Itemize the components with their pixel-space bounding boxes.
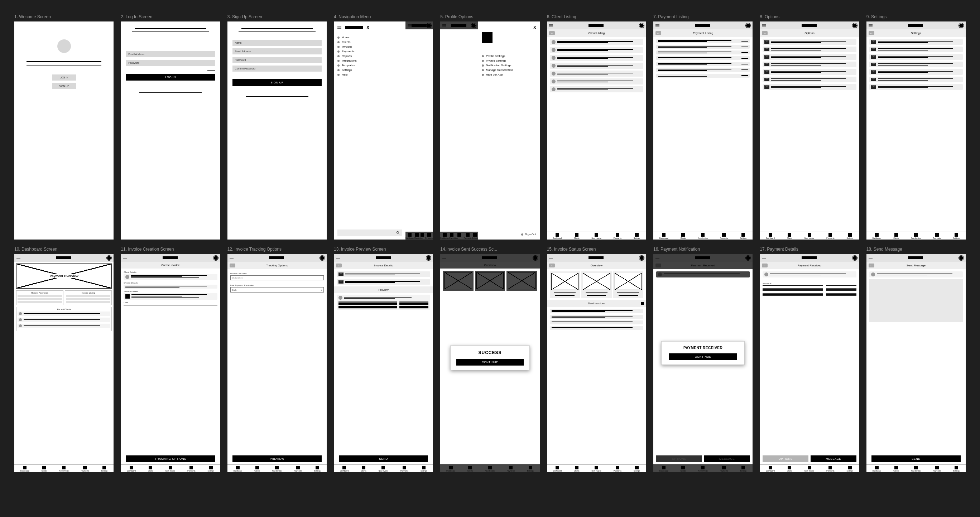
email-field[interactable]: Email Address: [232, 48, 321, 54]
stat-card[interactable]: [613, 271, 643, 298]
list-item[interactable]: [337, 279, 430, 285]
avatar-icon[interactable]: [640, 23, 644, 28]
list-item[interactable]: [550, 86, 643, 92]
hamburger-icon[interactable]: [337, 27, 341, 29]
nav-item[interactable]: Reports: [337, 54, 402, 59]
list-item[interactable]: [550, 71, 643, 77]
profile-item[interactable]: Notification Settings: [482, 63, 536, 68]
tab-item[interactable]: Clients: [574, 233, 579, 239]
page-title: Options: [805, 32, 815, 35]
close-icon[interactable]: X: [482, 25, 536, 30]
stat-card[interactable]: [581, 271, 611, 298]
message-textarea[interactable]: [869, 279, 963, 322]
success-modal: SUCCESS CONTINUE: [450, 346, 530, 370]
back-button[interactable]: ←: [869, 263, 874, 268]
list-item[interactable]: [656, 68, 750, 71]
list-item[interactable]: [869, 69, 963, 75]
back-button[interactable]: ←: [655, 31, 661, 35]
logo: [695, 24, 710, 27]
password-field[interactable]: Password: [126, 60, 215, 66]
list-item[interactable]: [550, 78, 643, 84]
profile-item[interactable]: Manage Subscription: [482, 68, 536, 72]
signup-submit[interactable]: SIGN UP: [232, 79, 321, 86]
email-field[interactable]: Email Address: [126, 51, 215, 57]
list-item[interactable]: [869, 46, 963, 52]
nav-item[interactable]: Invoices: [337, 44, 402, 49]
nav-item[interactable]: Help: [337, 72, 402, 77]
nav-item[interactable]: Settings: [337, 68, 402, 72]
back-button[interactable]: ←: [549, 263, 555, 268]
list-item[interactable]: [550, 47, 643, 53]
back-button[interactable]: ←: [549, 31, 555, 35]
list-item[interactable]: [869, 62, 963, 67]
list-item[interactable]: [656, 62, 750, 66]
message-button[interactable]: MESSAGE: [811, 455, 856, 462]
list-item[interactable]: [762, 54, 856, 60]
options-button[interactable]: OPTIONS: [762, 455, 808, 462]
list-item[interactable]: [869, 84, 963, 90]
list-item[interactable]: [656, 56, 750, 60]
list-item[interactable]: [869, 39, 963, 45]
hamburger-icon[interactable]: [655, 24, 659, 27]
login-button[interactable]: LOG IN: [52, 75, 76, 81]
profile-item[interactable]: Invoice Settings: [482, 59, 536, 63]
list-item[interactable]: [550, 39, 643, 45]
list-item[interactable]: [762, 69, 856, 75]
back-button[interactable]: ←: [762, 31, 768, 35]
avatar-icon[interactable]: [746, 23, 750, 28]
tab-item[interactable]: Dashboard: [553, 233, 562, 239]
signout-button[interactable]: Sign Out: [521, 233, 536, 236]
signup-button[interactable]: SIGN UP: [52, 83, 76, 89]
list-item[interactable]: [762, 77, 856, 82]
nav-item[interactable]: Templates: [337, 63, 402, 68]
list-item[interactable]: [869, 54, 963, 60]
search-icon[interactable]: [396, 231, 400, 235]
list-item[interactable]: [762, 39, 856, 45]
reminder-select[interactable]: Daily▾: [230, 287, 324, 292]
continue-button[interactable]: CONTINUE: [456, 359, 524, 366]
tab-item[interactable]: Payments: [614, 233, 622, 239]
list-item[interactable]: [550, 320, 643, 324]
preview-button[interactable]: PREVIEW: [232, 455, 321, 462]
tab-item[interactable]: Settings: [634, 233, 640, 239]
list-item[interactable]: [656, 45, 750, 49]
list-item[interactable]: [762, 84, 856, 90]
back-button[interactable]: ←: [869, 31, 874, 35]
list-item[interactable]: [550, 315, 643, 319]
back-button[interactable]: ←: [762, 263, 768, 268]
list-item[interactable]: [550, 326, 643, 330]
close-icon[interactable]: X: [366, 25, 369, 30]
list-item[interactable]: [656, 39, 750, 43]
hamburger-icon[interactable]: [549, 24, 553, 27]
list-item[interactable]: [550, 55, 643, 61]
continue-button[interactable]: CONTINUE: [669, 354, 737, 360]
list-item[interactable]: [656, 74, 750, 78]
list-item[interactable]: [550, 309, 643, 313]
profile-item[interactable]: Rate our App: [482, 72, 536, 77]
list-item[interactable]: [337, 271, 430, 277]
list-item[interactable]: [762, 62, 856, 67]
list-item[interactable]: [656, 51, 750, 54]
list-item[interactable]: [869, 77, 963, 82]
list-item[interactable]: [550, 63, 643, 69]
back-button[interactable]: ←: [230, 263, 235, 268]
name-field[interactable]: Name: [232, 40, 321, 46]
send-button[interactable]: SEND: [339, 455, 428, 462]
confirm-password-field[interactable]: Confirm Password: [232, 65, 321, 71]
profile-item[interactable]: Profile Settings: [482, 54, 536, 59]
nav-item[interactable]: Home: [337, 35, 402, 40]
send-button[interactable]: SEND: [872, 455, 961, 462]
welcome-frame: LOG IN SIGN UP: [14, 22, 113, 239]
tracking-options-button[interactable]: TRACKING OPTIONS: [126, 455, 215, 462]
nav-item[interactable]: Clients: [337, 40, 402, 44]
list-item[interactable]: [762, 46, 856, 52]
nav-item[interactable]: Payments: [337, 49, 402, 54]
nav-item[interactable]: Integrations: [337, 59, 402, 63]
due-date-input[interactable]: 15/12/2016: [230, 275, 324, 280]
login-submit[interactable]: LOG IN: [126, 74, 215, 81]
password-field[interactable]: Password: [232, 57, 321, 63]
filter-icon[interactable]: [641, 302, 644, 305]
tab-item[interactable]: New Invoice: [591, 233, 601, 239]
back-button[interactable]: ←: [336, 263, 342, 268]
stat-card[interactable]: [550, 271, 580, 298]
